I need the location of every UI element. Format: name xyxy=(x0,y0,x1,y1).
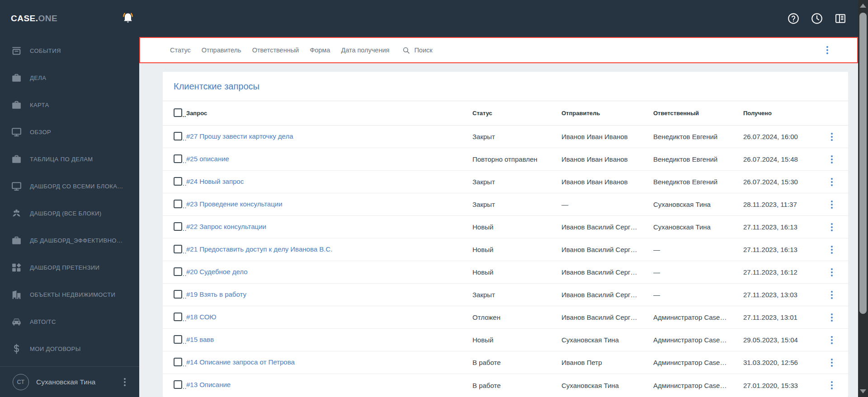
sidebar-item-9[interactable]: ДАШБОРД ПРЕТЕНЗИИ xyxy=(0,254,139,281)
briefcase-icon xyxy=(11,234,23,246)
responsible-cell: Сухановская Тина xyxy=(653,201,743,208)
table-row: #20 Судебное дело Новый Иванов Василий С… xyxy=(163,261,848,284)
row-checkbox[interactable] xyxy=(174,267,182,276)
row-menu-button[interactable] xyxy=(826,334,838,346)
sender-cell: — xyxy=(561,201,653,208)
filter-item-4[interactable]: Форма xyxy=(310,47,330,54)
row-menu-button[interactable] xyxy=(826,266,838,279)
sidebar-item-6[interactable]: ДАШБОРД СО ВСЕМИ БЛОКА… xyxy=(0,173,139,200)
row-menu-button[interactable] xyxy=(826,131,838,143)
sidebar-item-5[interactable]: ТАБЛИЦА ПО ДЕЛАМ xyxy=(0,145,139,173)
user-name: Сухановская Тина xyxy=(36,378,118,386)
received-cell: 31.03.2020, 12:56 xyxy=(743,359,816,366)
row-checkbox[interactable] xyxy=(174,290,182,299)
monitor-icon xyxy=(11,126,23,138)
layout-panel-icon[interactable] xyxy=(834,12,847,25)
received-cell: 27.11.2023, 13:03 xyxy=(743,291,816,299)
sidebar-item-label: ДБ ДАШБОРД_ЭФФЕКТИВНО… xyxy=(30,237,123,244)
row-checkbox[interactable] xyxy=(174,154,182,163)
row-menu-button[interactable] xyxy=(826,153,838,166)
filter-item-5[interactable]: Дата получения xyxy=(341,47,389,54)
notification-bell-icon[interactable] xyxy=(121,0,135,37)
request-link[interactable]: #27 Прошу завести карточку дела xyxy=(186,132,293,140)
row-checkbox[interactable] xyxy=(174,380,182,389)
filter-item-1[interactable]: Статус xyxy=(170,47,191,54)
filterbar-menu-button[interactable] xyxy=(821,44,834,56)
row-checkbox[interactable] xyxy=(174,245,182,253)
sidebar-item-2[interactable]: ДЕЛА xyxy=(0,64,139,91)
request-link[interactable]: #15 вавв xyxy=(186,336,214,343)
row-checkbox[interactable] xyxy=(174,200,182,208)
row-checkbox[interactable] xyxy=(174,132,182,140)
row-checkbox[interactable] xyxy=(174,222,182,231)
status-cell: В работе xyxy=(472,359,561,366)
kebab-icon xyxy=(831,159,833,160)
sidebar-item-7[interactable]: ДАШБОРД (ВСЕ БЛОКИ) xyxy=(0,200,139,227)
request-link[interactable]: #25 описание xyxy=(186,155,229,163)
row-menu-button[interactable] xyxy=(826,176,838,188)
row-menu-button[interactable] xyxy=(826,311,838,324)
monitor-icon xyxy=(11,180,23,192)
user-panel[interactable]: СТ Сухановская Тина xyxy=(0,366,139,397)
table-row: #23 Проведение консультации Закрыт — Сух… xyxy=(163,193,848,216)
sidebar-item-label: МОИ ДОГОВОРЫ xyxy=(30,346,81,352)
row-menu-button[interactable] xyxy=(826,289,838,301)
status-cell: Новый xyxy=(472,336,561,344)
car-icon xyxy=(11,316,23,327)
row-menu-button[interactable] xyxy=(826,198,838,211)
request-link[interactable]: #20 Судебное дело xyxy=(186,268,248,276)
row-menu-button[interactable] xyxy=(826,221,838,234)
kebab-icon xyxy=(831,294,833,296)
sidebar-item-4[interactable]: ОБЗОР xyxy=(0,118,139,145)
column-header-received: Получено xyxy=(743,110,816,117)
history-clock-icon[interactable] xyxy=(811,12,823,25)
request-link[interactable]: #22 Запрос консультации xyxy=(186,223,266,230)
sidebar: CASE.ONE СОБЫТИЯ ДЕЛА КАРТА ОБЗОР ТАБЛИЦ… xyxy=(0,0,139,397)
sender-cell: Иванов Василий Серг… xyxy=(561,223,653,231)
help-icon[interactable] xyxy=(787,12,800,25)
filter-item-3[interactable]: Ответственный xyxy=(252,47,299,54)
column-header-responsible: Ответственный xyxy=(653,110,743,117)
responsible-cell: Венедиктов Евгений xyxy=(653,155,743,163)
sidebar-item-3[interactable]: КАРТА xyxy=(0,91,139,118)
sidebar-item-11[interactable]: АВТО/ТС xyxy=(0,308,139,335)
table-row: #25 описание Повторно отправлен Иванов И… xyxy=(163,148,848,171)
row-checkbox[interactable] xyxy=(174,335,182,344)
header-checkbox-cell xyxy=(174,108,186,118)
filter-item-2[interactable]: Отправитель xyxy=(202,47,241,54)
scroll-up-arrow-icon[interactable] xyxy=(860,4,866,8)
responsible-cell: — xyxy=(653,268,743,276)
row-menu-button[interactable] xyxy=(826,356,838,369)
vertical-scrollbar[interactable] xyxy=(858,0,868,397)
request-link[interactable]: #14 Описание запроса от Петрова xyxy=(186,358,295,366)
request-link[interactable]: #21 Предоставить доступ к делу Иванова В… xyxy=(186,245,332,253)
sidebar-item-label: ДАШБОРД (ВСЕ БЛОКИ) xyxy=(30,210,101,217)
request-link[interactable]: #18 СОЮ xyxy=(186,313,217,321)
sidebar-item-10[interactable]: ОБЪЕКТЫ НЕДВИЖИМОСТИ xyxy=(0,281,139,308)
sender-cell: Иванов Петр xyxy=(561,359,653,366)
row-menu-button[interactable] xyxy=(826,379,838,392)
row-checkbox[interactable] xyxy=(174,358,182,366)
request-link[interactable]: #13 Описание xyxy=(186,381,231,388)
scrollbar-thumb[interactable] xyxy=(859,13,867,314)
row-menu-button[interactable] xyxy=(826,243,838,256)
header-actions xyxy=(787,0,847,37)
sidebar-item-1[interactable]: СОБЫТИЯ xyxy=(0,37,139,64)
sidebar-item-12[interactable]: МОИ ДОГОВОРЫ xyxy=(0,335,139,362)
received-cell: 26.07.2024, 16:00 xyxy=(743,133,816,140)
row-checkbox[interactable] xyxy=(174,313,182,321)
sidebar-item-8[interactable]: ДБ ДАШБОРД_ЭФФЕКТИВНО… xyxy=(0,227,139,254)
sidebar-menu: СОБЫТИЯ ДЕЛА КАРТА ОБЗОР ТАБЛИЦА ПО ДЕЛА… xyxy=(0,37,139,362)
row-checkbox[interactable] xyxy=(174,177,182,186)
responsible-cell: Венедиктов Евгений xyxy=(653,178,743,186)
search-control[interactable]: Поиск xyxy=(402,46,432,55)
scroll-down-arrow-icon[interactable] xyxy=(860,389,866,393)
logo-primary: CASE. xyxy=(11,14,38,23)
select-all-checkbox[interactable] xyxy=(174,108,182,117)
request-link[interactable]: #19 Взять в работу xyxy=(186,290,246,298)
request-link[interactable]: #24 Новый запрос xyxy=(186,177,244,185)
received-cell: 28.11.2023, 11:37 xyxy=(743,201,816,208)
user-menu-button[interactable] xyxy=(118,376,131,388)
kebab-icon xyxy=(831,271,833,273)
request-link[interactable]: #23 Проведение консультации xyxy=(186,200,283,208)
